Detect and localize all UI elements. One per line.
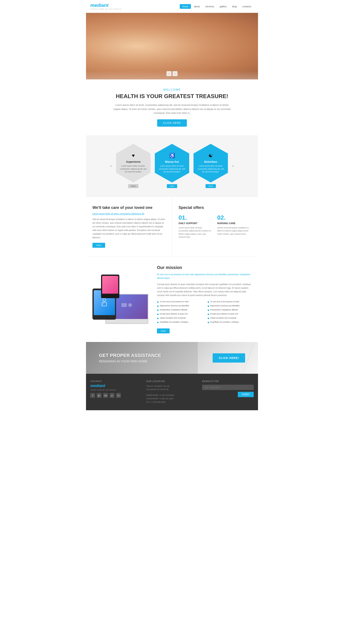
hex-card-1: ♿Massa AstLorem ipsum dolor sit amet, co… [154, 144, 190, 188]
mission-list-col2-item-5: ◆Eupiditata non proident, similique [208, 321, 254, 324]
svg-point-4 [103, 298, 106, 302]
devices-simulation [92, 274, 148, 324]
banner-section: GET PROPER ASSISTANCE REMAINING IN YOUR … [86, 342, 258, 374]
header: mediant TAKING CARE OF OLD PEOPLE homeab… [86, 0, 258, 13]
mission-image [90, 265, 150, 334]
mission-list-col1-item-2: ◆Praesentium voluptatum deleniti [157, 309, 203, 312]
hex-title-1: Massa Ast [165, 160, 179, 163]
hex-shape-0: ♥AsperioresLorem ipsum dolor sit amet, c… [116, 144, 150, 182]
hero-prev-button[interactable]: ‹ [166, 71, 171, 76]
banner-cta-button[interactable]: CLICK HERE! [213, 353, 245, 362]
mission-list-col2-item-0: ◆At vero eos et accusamus et iusto [208, 300, 254, 303]
mission-more-button[interactable]: more [157, 328, 170, 334]
offer-name-1: NURSING CARE [217, 222, 252, 224]
list-bullet: ◆ [208, 317, 209, 320]
offer-num-1: 02. [217, 214, 252, 221]
list-bullet: ◆ [157, 321, 159, 324]
welcome-title: HEALTH IS YOUR GREATEST TREASURE! [112, 93, 232, 100]
mission-list-col2-item-3: ◆Errupti quos dolores et quas mol [208, 313, 254, 316]
hex-text-0: Lorem ipsum dolor sit amet, consectetur … [119, 165, 147, 174]
footer-newsletter-title: NEWSLETTER [202, 380, 254, 382]
social-icon-2[interactable]: rss [103, 393, 108, 398]
banner-title: GET PROPER ASSISTANCE [99, 353, 161, 358]
logo-tagline: TAKING CARE OF OLD PEOPLE [90, 8, 121, 10]
telephone-label: TELEPHONE: +1 800 001 6021 [146, 398, 174, 400]
footer-phone: FREEPHONE: +1 900 339 6590 TELEPHONE: +1… [146, 394, 198, 404]
footer: COPYRIGHT mediant TAKING CARE OF OLD PEO… [86, 374, 258, 410]
footer-logo: mediant [90, 384, 142, 388]
carousel-prev-arrow[interactable]: ‹ [107, 163, 115, 169]
hex-text-1: Lorem ipsum dolor sit amet, consectetur … [158, 165, 186, 174]
footer-social-icons: fg+rsspin [90, 393, 142, 398]
welcome-label: WELCOME [112, 88, 232, 91]
hex-card-2: ☯DoloribusLorem ipsum dolor sit amet, co… [193, 144, 229, 188]
logo-name: mediant [90, 2, 121, 8]
mission-list-col2-item-1: ◆Dignissimos ducimus qui blanditiis [208, 304, 254, 308]
nav-item-contacts[interactable]: contacts [240, 4, 254, 9]
nav-item-services[interactable]: services [203, 4, 217, 9]
newsletter-input[interactable] [202, 385, 254, 390]
hex-card-0: ♥AsperioresLorem ipsum dolor sit amet, c… [115, 144, 151, 188]
hex-text-2: Lorem ipsum dolor sit amet, consectetur … [197, 165, 225, 174]
fax-label: FAX: +1 900 899 3092 [146, 401, 165, 403]
offer-num-0: 01. [179, 214, 213, 221]
nav-item-gallery[interactable]: gallery [217, 4, 229, 9]
device-small-screen [102, 276, 118, 294]
hex-icon-2: ☯ [209, 153, 213, 158]
list-bullet: ◆ [208, 321, 209, 324]
footer-col-brand: COPYRIGHT mediant TAKING CARE OF OLD PEO… [90, 380, 142, 404]
list-bullet: ◆ [208, 309, 209, 312]
hero-next-button[interactable]: › [173, 71, 178, 76]
social-icon-3[interactable]: p [110, 393, 114, 398]
offer-item-1: 02. NURSING CARE Sed do eiusmod tempor i… [217, 214, 252, 239]
hex-more-button-2[interactable]: more [206, 184, 216, 188]
list-bullet: ◆ [157, 309, 159, 312]
list-bullet: ◆ [157, 313, 159, 316]
mission-list-col1-item-5: ◆Eupiditata non proident, similique [157, 321, 203, 324]
mission-list-col2-item-2: ◆Praesentium voluptatum deleniti [208, 309, 254, 312]
hex-more-button-0[interactable]: more [128, 184, 139, 188]
carousel-next-arrow[interactable]: › [229, 163, 237, 169]
mission-list-col1: ◆At vero eos et accusamus et iusto◆Digni… [157, 300, 203, 325]
offers-grid: 01. DAILY SUPPORT Lorem ipsum dolor sit … [179, 214, 252, 239]
nav-item-about[interactable]: about [191, 4, 203, 9]
list-bullet: ◆ [208, 300, 209, 303]
offer-text-1: Sed do eiusmod tempor incididunt ut labo… [217, 226, 252, 236]
logo: mediant TAKING CARE OF OLD PEOPLE [90, 2, 121, 10]
hex-title-2: Doloribus [204, 160, 217, 163]
nav-item-home[interactable]: home [180, 4, 191, 9]
hex-title-0: Asperiores [126, 160, 141, 163]
footer-tagline: TAKING CARE OF OLD PEOPLE [90, 389, 142, 391]
care-right: Special offers 01. DAILY SUPPORT Lorem i… [172, 197, 258, 256]
welcome-cta-button[interactable]: CLICK HERE [157, 119, 187, 127]
social-icon-1[interactable]: g+ [97, 393, 101, 398]
hero-image [86, 13, 258, 80]
list-bullet: ◆ [157, 304, 159, 308]
hex-icon-1: ♿ [169, 153, 175, 158]
newsletter-submit-button[interactable]: SUBMIT [238, 392, 254, 397]
device-small [101, 274, 119, 298]
social-icon-0[interactable]: f [90, 393, 95, 398]
hex-more-button-1[interactable]: more [167, 184, 177, 188]
mission-title: Our mission [157, 265, 254, 270]
mission-list-col1-item-1: ◆Dignissimos ducimus qui blanditiis [157, 304, 203, 308]
mission-list-col1-item-3: ◆Errupti quos dolores et quas mol [157, 313, 203, 316]
care-more-button[interactable]: more [92, 243, 105, 248]
hexagons-row: ♥AsperioresLorem ipsum dolor sit amet, c… [115, 144, 229, 188]
footer-location-title: OUR LOCATION [146, 380, 198, 382]
list-bullet: ◆ [157, 300, 159, 303]
care-section: We'll take care of your loved one Lorem … [86, 197, 258, 256]
banner-subtitle: REMAINING IN YOUR OWN HOME [99, 360, 161, 363]
mission-lists: ◆At vero eos et accusamus et iusto◆Digni… [157, 300, 254, 325]
social-icon-4[interactable]: in [116, 393, 121, 398]
mission-list-col1-item-4: ◆Aatias excepturi sint occaecati [157, 317, 203, 320]
nav-item-blog[interactable]: blog [230, 4, 239, 9]
care-link[interactable]: Lorem ipsum dolor sit amet, consectetur … [92, 212, 165, 215]
welcome-section: WELCOME HEALTH IS YOUR GREATEST TREASURE… [86, 80, 258, 135]
footer-col-location: OUR LOCATION 7610 ST VINCENT PLACE,GLASG… [146, 380, 198, 404]
mission-text: Corrupti quos dolores et quas molestiae … [157, 282, 254, 297]
svg-rect-0 [121, 303, 127, 307]
mission-list-col2-item-4: ◆Aatias excepturi sint occaecati [208, 317, 254, 320]
welcome-text: Lorem ipsum dolor sit amet, consectetur … [112, 103, 232, 115]
care-title: We'll take care of your loved one [92, 206, 165, 210]
